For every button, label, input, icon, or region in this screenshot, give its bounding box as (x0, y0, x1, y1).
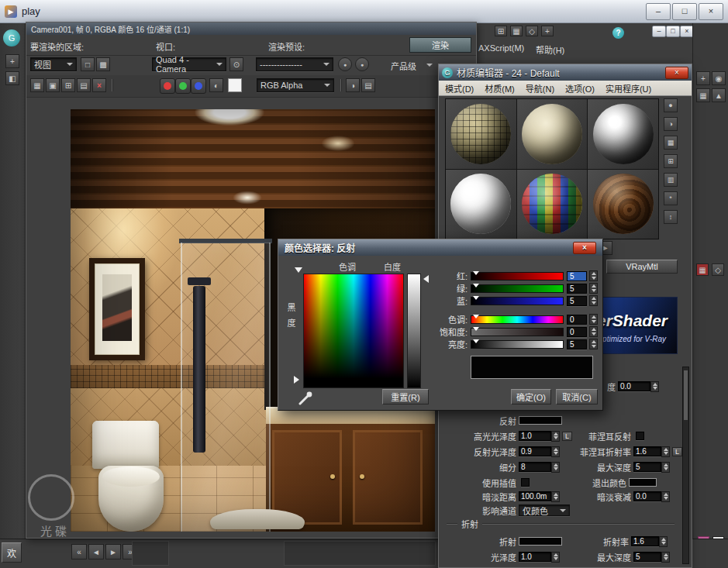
refract-gloss-spinner[interactable] (551, 552, 560, 563)
render-window-titlebar[interactable]: Camera001, 帧 0, RGBA 颜色 16 位/通道 (1:1) (26, 22, 476, 35)
auto-region-icon[interactable] (96, 57, 110, 71)
value-spinner[interactable] (589, 339, 598, 349)
production-dropdown-arrow-icon[interactable] (426, 64, 433, 70)
exit-color-swatch[interactable] (629, 478, 657, 487)
edit-region-icon[interactable] (81, 57, 95, 71)
material-slot-checker[interactable] (517, 170, 588, 239)
orbit-tool-icon[interactable] (712, 88, 726, 102)
use-interpolation-checkbox[interactable] (521, 478, 530, 487)
layers-tool-icon[interactable]: ◧ (5, 71, 19, 85)
material-type-button[interactable]: VRayMtl (606, 260, 678, 274)
max-depth-value[interactable]: 5 (633, 462, 661, 472)
channel-display-dropdown[interactable]: RGB Alpha (257, 78, 334, 92)
refract-color-swatch[interactable] (519, 537, 562, 546)
blue-channel-icon[interactable] (191, 78, 206, 94)
production-mode-label[interactable]: 产品级 (391, 60, 416, 72)
material-slot-mosaic[interactable] (446, 99, 516, 169)
alpha-swatch[interactable] (228, 78, 242, 92)
reflect-gloss-spinner[interactable] (551, 446, 560, 457)
maximize-button[interactable]: □ (672, 3, 697, 20)
viewport-dropdown[interactable]: Quad 4 - Camera (152, 57, 226, 71)
green-value[interactable]: 5 (567, 284, 587, 294)
menu-mode[interactable]: 模式(D) (445, 82, 474, 95)
blue-slider[interactable] (471, 297, 564, 305)
hue-marker-icon[interactable] (295, 267, 302, 273)
green-channel-icon[interactable] (175, 78, 191, 94)
dim-distance-spinner[interactable] (551, 491, 560, 502)
subdivs-value[interactable]: 8 (519, 462, 551, 472)
clear-image-icon[interactable] (92, 78, 106, 92)
zoom-tool-icon[interactable] (696, 71, 710, 85)
refract-max-depth-value[interactable]: 5 (633, 552, 661, 562)
app-minimize-button[interactable]: – (652, 26, 666, 37)
saturation-slider[interactable] (471, 328, 564, 336)
sample-type-icon[interactable] (664, 98, 678, 112)
material-editor-titlebar[interactable]: G 材质编辑器 - 24 - Default × (439, 64, 692, 81)
affect-channels-dropdown[interactable]: 仅颜色 (519, 504, 570, 516)
material-slot-wood[interactable] (588, 170, 658, 239)
hilight-lock-button[interactable]: L (562, 432, 572, 441)
prev-frame-icon[interactable] (88, 544, 104, 559)
welcome-button[interactable]: 欢 (2, 542, 22, 563)
app-restore-button[interactable]: □ (666, 26, 680, 37)
options-icon[interactable] (664, 191, 678, 205)
hilight-gloss-value[interactable]: 1.0 (519, 431, 551, 441)
blackness-marker-icon[interactable] (294, 376, 299, 384)
value-slider[interactable] (471, 340, 564, 349)
background-icon[interactable] (664, 136, 678, 150)
window-titlebar[interactable]: ▶ play – □ × (0, 0, 728, 23)
reflect-gloss-value[interactable]: 0.9 (519, 446, 551, 456)
value-value[interactable]: 5 (567, 339, 587, 349)
whiteness-slider[interactable] (407, 274, 421, 388)
copy-preset-icon[interactable] (355, 57, 369, 71)
dim-falloff-spinner[interactable] (661, 491, 670, 502)
params-scrollbar[interactable] (682, 367, 689, 564)
hue-slider[interactable] (471, 315, 564, 324)
play-icon[interactable] (105, 544, 121, 559)
reset-button[interactable]: 重置(R) (382, 389, 429, 404)
spinner-snap-icon[interactable] (541, 26, 554, 36)
percent-snap-icon[interactable] (526, 26, 538, 36)
lock-viewport-icon[interactable] (229, 57, 243, 71)
max-depth-spinner[interactable] (661, 462, 670, 473)
ok-button[interactable]: 确定(O) (511, 389, 551, 404)
record-icon[interactable]: ▦ (696, 263, 709, 276)
roughness-spinner[interactable] (650, 381, 659, 392)
channel-info-icon[interactable]: ▤ (361, 78, 375, 92)
layout-tool-icon[interactable] (696, 88, 710, 102)
ior-value[interactable]: 1.6 (631, 536, 659, 546)
filter-icon[interactable]: ◇ (712, 263, 724, 276)
color-selector-close-button[interactable]: × (573, 242, 596, 254)
refract-gloss-value[interactable]: 1.0 (519, 552, 551, 562)
material-editor-close-button[interactable]: × (665, 67, 688, 79)
green-spinner[interactable] (589, 283, 598, 294)
material-slot-beige[interactable] (517, 99, 588, 169)
copy-image-icon[interactable] (77, 78, 91, 92)
select-by-material-icon[interactable] (664, 210, 678, 224)
render-button[interactable]: 渲染 (409, 37, 471, 53)
help-icon[interactable]: ? (612, 27, 624, 39)
dim-falloff-value[interactable]: 0.0 (633, 491, 661, 501)
fresnel-ior-spinner[interactable] (661, 446, 670, 457)
saturation-value[interactable]: 0 (567, 327, 587, 337)
red-spinner[interactable] (589, 270, 598, 281)
reflect-color-swatch[interactable] (519, 416, 562, 425)
hue-blackness-field[interactable] (303, 274, 404, 388)
fresnel-checkbox[interactable] (636, 432, 644, 440)
print-image-icon[interactable] (61, 78, 75, 92)
close-button[interactable]: × (699, 3, 723, 20)
backlight-icon[interactable] (664, 117, 678, 131)
refract-max-depth-spinner[interactable] (661, 552, 670, 563)
select-tool-icon[interactable]: + (5, 54, 19, 68)
saturation-spinner[interactable] (589, 326, 598, 337)
menu-navigation[interactable]: 导航(N) (526, 82, 554, 95)
video-color-check-icon[interactable] (664, 173, 678, 187)
green-slider[interactable] (471, 284, 564, 293)
dim-distance-value[interactable]: 100.0m (519, 491, 551, 501)
save-preset-icon[interactable] (338, 57, 352, 71)
snap-toggle-icon[interactable] (495, 26, 507, 36)
color-correct-icon[interactable]: ◑ (346, 78, 360, 92)
hilight-gloss-spinner[interactable] (551, 431, 560, 442)
clone-window-icon[interactable] (46, 78, 60, 92)
preset-dropdown[interactable]: --------------- (256, 57, 333, 71)
